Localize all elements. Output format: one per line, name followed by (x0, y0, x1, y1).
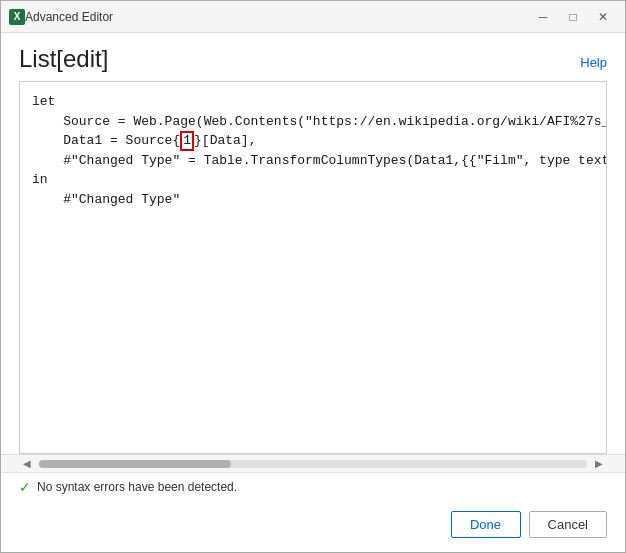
status-check-icon: ✓ (19, 479, 31, 495)
done-button[interactable]: Done (451, 511, 521, 538)
editor-container[interactable]: let Source = Web.Page(Web.Contents("http… (19, 81, 607, 454)
code-line-3: #"Changed Type" = Table.TransformColumnT… (32, 153, 606, 168)
titlebar-controls: ─ □ ✕ (529, 5, 617, 29)
page-title: List[edit] (19, 45, 108, 73)
minimize-button[interactable]: ─ (529, 5, 557, 29)
help-link[interactable]: Help (580, 55, 607, 70)
scroll-left-button[interactable]: ◀ (19, 456, 35, 471)
code-editor[interactable]: let Source = Web.Page(Web.Contents("http… (20, 82, 606, 453)
titlebar: X Advanced Editor ─ □ ✕ (1, 1, 625, 33)
button-row: Done Cancel (1, 501, 625, 552)
horizontal-scrollbar[interactable]: ◀ ▶ (1, 454, 625, 472)
code-line-5: #"Changed Type" (32, 192, 180, 207)
scroll-track (39, 460, 587, 468)
status-text: No syntax errors have been detected. (37, 480, 237, 494)
highlighted-index: 1 (180, 131, 194, 151)
status-bar: ✓ No syntax errors have been detected. (1, 472, 625, 501)
close-button[interactable]: ✕ (589, 5, 617, 29)
app-icon: X (9, 9, 25, 25)
window: X Advanced Editor ─ □ ✕ List[edit] Help … (0, 0, 626, 553)
scroll-right-button[interactable]: ▶ (591, 456, 607, 471)
header-row: List[edit] Help (1, 33, 625, 81)
code-line-0: let (32, 94, 55, 109)
content-area: List[edit] Help let Source = Web.Page(We… (1, 33, 625, 552)
maximize-button[interactable]: □ (559, 5, 587, 29)
code-line-1: Source = Web.Page(Web.Contents("https://… (32, 114, 606, 129)
window-title: Advanced Editor (25, 10, 529, 24)
cancel-button[interactable]: Cancel (529, 511, 607, 538)
code-line-4: in (32, 172, 48, 187)
code-line-2: Data1 = Source{1}[Data], (32, 133, 256, 148)
scroll-thumb[interactable] (39, 460, 231, 468)
